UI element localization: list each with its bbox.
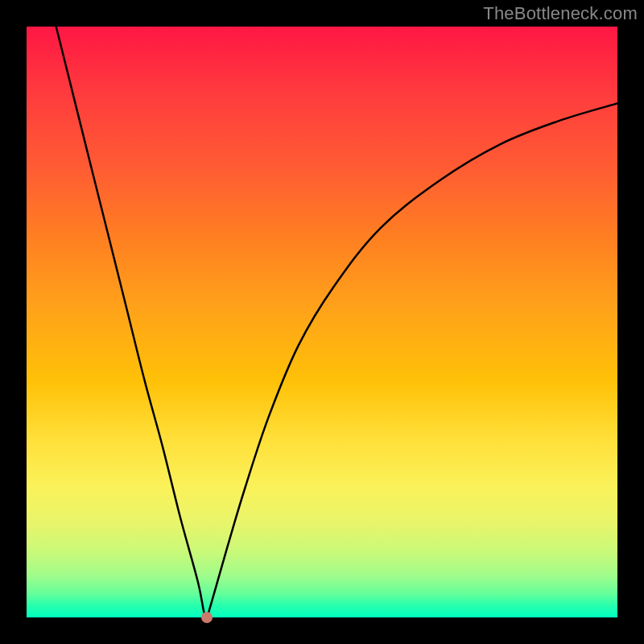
bottleneck-curve bbox=[27, 27, 617, 617]
watermark-text: TheBottleneck.com bbox=[483, 3, 638, 24]
minimum-marker bbox=[201, 612, 213, 623]
plot-area bbox=[27, 27, 617, 617]
chart-frame: TheBottleneck.com bbox=[0, 0, 644, 644]
